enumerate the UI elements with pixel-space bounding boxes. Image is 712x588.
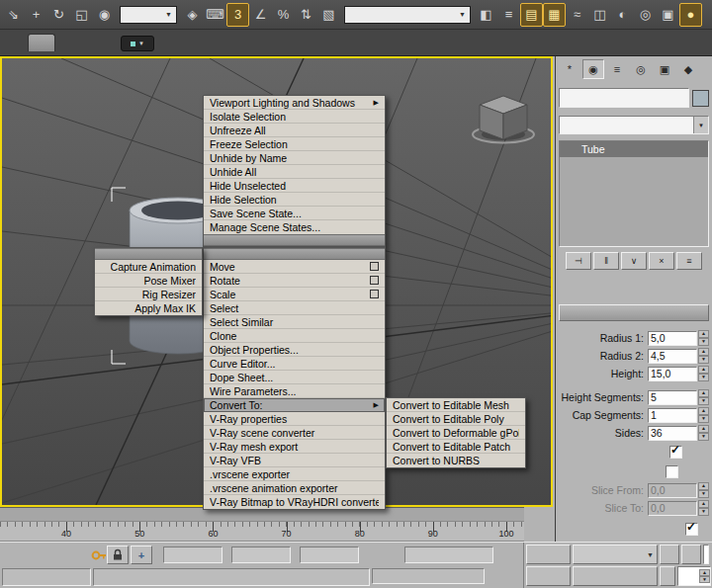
spinner-up-icon[interactable]: ▲ (698, 425, 709, 433)
menu-item[interactable]: Move ▶ (204, 260, 385, 274)
key-mode-toggle-button[interactable] (660, 566, 675, 586)
parameters-rollout-header[interactable] (559, 304, 709, 321)
spinner-control[interactable]: ▲▼ (698, 482, 709, 498)
remove-modifier-button[interactable]: × (649, 252, 674, 270)
select-and-rotate-icon[interactable]: ↻ (47, 3, 70, 27)
menu-item[interactable]: Save Scene State... ▶ (204, 207, 385, 220)
spinner-control[interactable]: ▲▼ (699, 569, 710, 583)
menu-item[interactable]: Freeze Selection ▶ (204, 137, 385, 151)
spinner-up-icon[interactable]: ▲ (698, 330, 709, 338)
menu-item[interactable]: Wire Parameters... ▶ (204, 384, 385, 398)
select-and-manipulate-icon[interactable]: ◈ (181, 3, 204, 27)
spinner-up-icon[interactable]: ▲ (698, 389, 709, 397)
menu-item[interactable]: Convert to Editable Poly (387, 412, 525, 426)
tab-object-paint[interactable] (28, 34, 55, 51)
menu-item[interactable]: Hide Unselected ▶ (204, 179, 385, 193)
selection-set-key-dropdown[interactable]: ▼ (573, 545, 658, 564)
layer-explorer-icon[interactable]: ▤ (520, 3, 543, 27)
parameter-value-field[interactable]: 1 (648, 408, 697, 423)
material-editor-icon[interactable]: ◐ (611, 3, 634, 27)
parameter-value-field[interactable]: 15,0 (648, 367, 697, 381)
tab-hierarchy[interactable]: ≡ (606, 59, 628, 79)
menu-item[interactable]: Apply Max IK (95, 301, 202, 315)
spinner-down-icon[interactable]: ▼ (698, 397, 709, 405)
generate-mapping-coords-checkbox[interactable]: ✓ (685, 523, 698, 536)
previous-frame-button[interactable] (681, 545, 701, 564)
menu-item[interactable]: Convert To: ▶ (204, 398, 385, 412)
spinner-control[interactable]: ▲▼ (698, 407, 709, 423)
object-color-swatch[interactable] (692, 90, 709, 107)
spinner-control[interactable]: ▲▼ (698, 425, 709, 441)
smooth-checkbox[interactable]: ✓ (669, 446, 682, 459)
selection-lock-button[interactable] (107, 546, 129, 564)
spinner-down-icon[interactable]: ▼ (698, 415, 709, 423)
tab-display[interactable]: ▣ (654, 59, 675, 79)
spinner-down-icon[interactable]: ▼ (698, 490, 709, 498)
parameter-value-field[interactable]: 36 (648, 426, 697, 441)
cube-helper-object[interactable] (473, 96, 534, 143)
spinner-up-icon[interactable]: ▲ (698, 482, 709, 490)
keyboard-override-icon[interactable]: ⌨ (204, 3, 226, 27)
tab-motion[interactable]: ◎ (630, 59, 652, 79)
schematic-view-icon[interactable]: ◫ (588, 3, 611, 27)
spinner-down-icon[interactable]: ▼ (698, 338, 709, 346)
menu-item[interactable]: Unhide All ▶ (204, 165, 385, 179)
spinner-up-icon[interactable]: ▲ (698, 407, 709, 415)
modifier-stack-item[interactable]: Tube (560, 141, 708, 157)
render-production-icon[interactable]: ● (679, 3, 702, 27)
spinner-down-icon[interactable]: ▼ (698, 508, 709, 516)
menu-item[interactable]: V-Ray VFB ▶ (204, 454, 385, 467)
spinner-control[interactable]: ▲▼ (698, 348, 709, 364)
spinner-control[interactable]: ▲▼ (698, 366, 709, 381)
menu-item[interactable]: Select Similar ▶ (204, 315, 385, 329)
spinner-snap-icon[interactable]: ⇅ (295, 3, 317, 27)
menu-item[interactable]: V-Ray properties ▶ (204, 412, 385, 426)
spinner-down-icon[interactable]: ▼ (699, 576, 710, 583)
menu-item[interactable]: Convert to NURBS (387, 454, 525, 467)
menu-item[interactable]: Unfreeze All ▶ (204, 124, 385, 137)
menu-item[interactable]: Unhide by Name ▶ (204, 151, 385, 165)
menu-item[interactable]: Rig Resizer (95, 288, 202, 301)
menu-item[interactable]: V-Ray mesh export ▶ (204, 440, 385, 454)
mirror-icon[interactable]: ◧ (475, 3, 497, 27)
object-name-field[interactable] (559, 88, 689, 108)
spinner-down-icon[interactable]: ▼ (698, 356, 709, 364)
select-and-move-icon[interactable]: + (25, 3, 47, 27)
edit-named-selection-sets-icon[interactable]: ▧ (317, 3, 340, 27)
select-and-scale-icon[interactable]: ◱ (70, 3, 93, 27)
add-time-tag[interactable] (372, 568, 485, 584)
tab-modify[interactable]: ◉ (582, 59, 604, 79)
named-selection-set-dropdown[interactable]: ▼ (344, 6, 471, 24)
spinner-down-icon[interactable]: ▼ (698, 433, 709, 441)
modifier-list-dropdown[interactable]: ▼ (559, 116, 709, 134)
slice-on-checkbox[interactable] (666, 465, 678, 478)
parameter-value-field[interactable]: 4,5 (648, 349, 697, 364)
menu-item[interactable]: Viewport Lighting and Shadows ▶ (204, 96, 385, 110)
angle-snap-icon[interactable]: ∠ (249, 3, 272, 27)
timeline-ruler[interactable]: 40 50 60 70 80 90 100 (0, 522, 524, 542)
menu-item[interactable]: .vrscene exporter ▶ (204, 467, 385, 481)
spinner-control[interactable]: ▲▼ (698, 389, 709, 405)
spinner-control[interactable]: ▲▼ (698, 500, 709, 516)
menu-item[interactable]: Clone ▶ (204, 329, 385, 343)
menu-item[interactable]: .vrscene animation exporter ▶ (204, 481, 385, 495)
show-end-result-button[interactable]: ‖ (593, 252, 619, 270)
y-coordinate-field[interactable] (231, 546, 291, 563)
menu-item[interactable]: Object Properties... ▶ (204, 343, 385, 357)
menu-item[interactable]: V-Ray scene converter ▶ (204, 426, 385, 440)
pin-stack-button[interactable]: ⊣ (566, 252, 591, 270)
menu-item[interactable]: Dope Sheet... ▶ (204, 371, 385, 384)
align-icon[interactable]: ≡ (497, 3, 520, 27)
use-pivot-center-icon[interactable]: ◉ (93, 3, 116, 27)
x-coordinate-field[interactable] (163, 546, 222, 563)
spinner-up-icon[interactable]: ▲ (699, 569, 710, 576)
auto-key-button[interactable] (526, 545, 571, 564)
snaps-toggle-icon[interactable]: 3 (226, 3, 249, 27)
menu-item[interactable]: Hide Selection ▶ (204, 193, 385, 207)
parameter-value-field[interactable]: 0,0 (648, 501, 697, 516)
make-unique-button[interactable]: ∨ (621, 252, 647, 270)
spinner-up-icon[interactable]: ▲ (698, 366, 709, 374)
absolute-offset-toggle[interactable]: + (131, 546, 152, 564)
reference-coordsys-dropdown[interactable]: ▼ (120, 6, 177, 24)
z-coordinate-field[interactable] (300, 546, 359, 563)
